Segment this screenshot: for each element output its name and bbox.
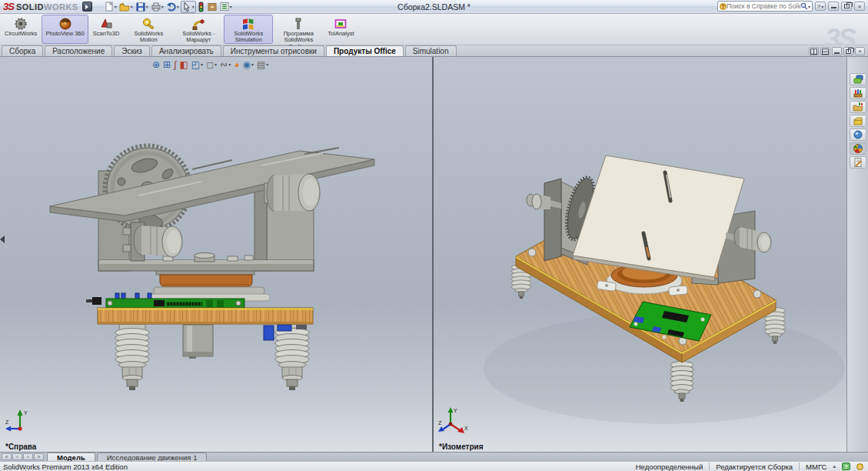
view-settings-icon[interactable]: ▤▾	[257, 59, 268, 70]
solidworks-resources-icon[interactable]	[850, 73, 866, 85]
close-icon: ×	[858, 3, 862, 10]
minimize-icon	[834, 52, 840, 54]
design-library-icon[interactable]	[850, 87, 866, 99]
viewport-isometric-view[interactable]: Y Z X *Изометрия	[434, 57, 846, 452]
tab-office-products[interactable]: Продукты Office	[326, 45, 404, 56]
titlebar-right-controls: ? ▾ ?▾ ×	[717, 1, 865, 12]
search-input[interactable]	[727, 2, 800, 10]
status-bar: SolidWorks Premium 2013 x64 Edition Недо…	[0, 461, 868, 471]
tab-assembly[interactable]: Сборка	[2, 45, 43, 56]
featuremanager-flyout-arrow[interactable]	[0, 236, 5, 243]
help-search-box[interactable]: ? ▾	[717, 1, 813, 12]
status-separator	[799, 463, 800, 470]
scenes-icon[interactable]	[850, 142, 866, 155]
document-title: Сборка2.SLDASM *	[397, 2, 471, 12]
select-icon[interactable]: ▾	[181, 1, 196, 13]
doc-minimize-button[interactable]	[832, 47, 842, 55]
tab-render-tools[interactable]: Инструменты отрисовки	[223, 45, 324, 56]
nav-next-button[interactable]: ›	[23, 453, 33, 460]
ribbon-button-solidworks-route[interactable]: SolidWorks - Маршрут	[174, 15, 223, 44]
new-document-icon[interactable]: ▾	[103, 1, 118, 13]
task-pane	[846, 57, 868, 452]
viewport-right-view[interactable]: ⊕ ⊞ ∫ ◧ ◰▾ ◻▾ ∾▾ ◕ ◉▾ ▤▾ Y Z *С	[0, 57, 432, 452]
save-icon[interactable]: ▾	[135, 1, 149, 13]
toolbox-icon	[291, 17, 305, 31]
view-palette-icon[interactable]	[850, 115, 866, 127]
ribbon-button-solidworks-simulation[interactable]: SolidWorks Simulation	[224, 15, 273, 44]
orientation-triad: Y Z X	[438, 407, 469, 435]
heads-up-view-toolbar: ⊕ ⊞ ∫ ◧ ◰▾ ◻▾ ∾▾ ◕ ◉▾ ▤▾	[152, 58, 268, 71]
minimize-button[interactable]	[828, 2, 839, 11]
close-button[interactable]: ×	[854, 2, 865, 11]
rebuild-icon[interactable]	[197, 1, 205, 13]
ribbon-button-photoview-360[interactable]: PhotoView 360	[42, 15, 88, 44]
tab-evaluate[interactable]: Анализировать	[151, 45, 221, 56]
doc-restore-button[interactable]	[843, 47, 853, 55]
addins-ribbon: CircuitWorks PhotoView 360 ScanTo3D Soli…	[0, 14, 868, 45]
tab-sketch[interactable]: Эскиз	[114, 45, 150, 56]
solidworks-window: 3S SOLIDWORKS ▾ ▾ ▾ ▾ ▾ ▾ ▾ Сбо	[0, 0, 868, 471]
axis-z-label: Z	[438, 420, 442, 426]
undo-icon[interactable]: ▾	[165, 1, 180, 13]
hide-show-items-icon[interactable]: ∾▾	[220, 59, 231, 70]
search-options-arrow[interactable]: ▾	[808, 4, 810, 9]
restore-icon	[846, 49, 851, 54]
units-dropdown-arrow[interactable]: ▴	[833, 463, 836, 469]
search-icon	[800, 2, 808, 10]
file-explorer-icon[interactable]	[850, 101, 866, 113]
print-icon[interactable]: ▾	[150, 1, 165, 13]
display-style-icon[interactable]: ◻▾	[206, 59, 217, 70]
tab-motion-study-1[interactable]: Исследование движения 1	[97, 453, 208, 461]
restore-button[interactable]	[841, 2, 852, 11]
options-icon[interactable]: ▾	[218, 1, 233, 13]
quick-tips-icon[interactable]: ?	[842, 463, 850, 470]
help-button[interactable]: ?▾	[815, 2, 826, 11]
graphics-area: ⊕ ⊞ ∫ ◧ ◰▾ ◻▾ ∾▾ ◕ ◉▾ ▤▾ Y Z *С	[0, 57, 868, 452]
edit-appearance-icon[interactable]: ◕	[234, 59, 239, 70]
open-icon[interactable]: ▾	[118, 1, 134, 13]
tab-layout[interactable]: Расположение	[45, 45, 112, 56]
command-manager-tabs: Сборка Расположение Эскиз Анализировать …	[0, 45, 868, 57]
tab-simulation[interactable]: Simulation	[405, 45, 457, 56]
nav-last-button[interactable]: »	[34, 453, 44, 460]
ribbon-button-toolbox[interactable]: Программа SolidWorks Toolbox	[274, 15, 323, 44]
custom-properties-icon[interactable]	[850, 156, 866, 169]
solidworks-logo: 3S SOLIDWORKS	[3, 1, 78, 12]
assembly-model-side-view[interactable]	[0, 57, 432, 452]
ribbon-button-scanto3d[interactable]: ScanTo3D	[89, 15, 124, 44]
units-label[interactable]: ММГС	[806, 463, 826, 471]
appearances-icon[interactable]	[850, 129, 866, 141]
previous-view-icon[interactable]: ∫	[174, 59, 176, 70]
assembly-model-isometric-view[interactable]	[434, 57, 846, 452]
nav-first-button[interactable]: «	[2, 453, 12, 460]
study-tab-navigation: « ‹ › »	[2, 453, 44, 460]
ribbon-button-label: PhotoView 360	[45, 31, 84, 37]
apply-scene-icon[interactable]: ◉▾	[242, 59, 254, 70]
constraint-state-label: Недоопределенный	[636, 463, 703, 471]
solidworks-logo-icon: 3S	[3, 1, 14, 12]
split-view-horizontal-icon[interactable]	[820, 47, 830, 55]
ribbon-button-label: SolidWorks Simulation	[228, 31, 269, 44]
ribbon-button-solidworks-motion[interactable]: SolidWorks Motion	[124, 15, 173, 44]
photoview-360-icon	[58, 17, 72, 31]
status-right-group: Недоопределенный Редактируется Сборка ММ…	[636, 463, 868, 471]
view-orientation-icon[interactable]: ◰▾	[191, 59, 203, 70]
ribbon-button-circuitworks[interactable]: CircuitWorks	[1, 15, 41, 44]
ribbon-button-label: CircuitWorks	[5, 31, 37, 37]
menu-flyout-button[interactable]	[82, 2, 92, 12]
section-view-icon[interactable]: ◧	[179, 59, 188, 70]
status-separator	[709, 463, 710, 470]
tag-icon[interactable]	[856, 463, 863, 470]
product-edition-label: SolidWorks Premium 2013 x64 Edition	[3, 463, 128, 471]
axis-y-label: Y	[454, 408, 457, 413]
circuitworks-icon	[14, 17, 28, 31]
zoom-to-fit-icon[interactable]: ⊕	[152, 59, 160, 70]
tab-model[interactable]: Модель	[47, 453, 95, 461]
solidworks-simulation-icon	[241, 17, 255, 31]
split-view-icon[interactable]	[809, 47, 819, 55]
zoom-to-area-icon[interactable]: ⊞	[163, 59, 171, 70]
nav-previous-button[interactable]: ‹	[12, 453, 22, 460]
edit-appearance-icon[interactable]	[206, 1, 218, 13]
ribbon-button-tolanalyst[interactable]: TolAnalyst	[324, 15, 358, 44]
doc-close-button[interactable]: ×	[855, 47, 865, 55]
